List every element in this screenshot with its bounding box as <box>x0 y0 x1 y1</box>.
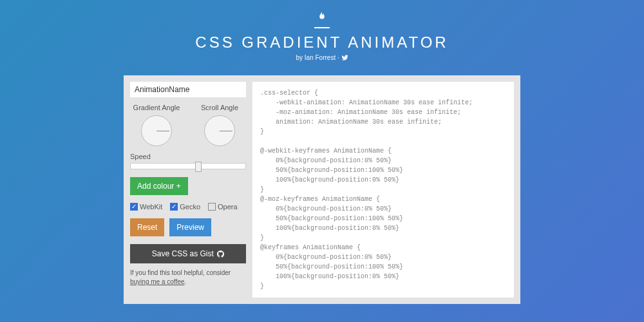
helpful-prefix: If you find this tool helpful, consider <box>130 269 231 276</box>
action-buttons: Reset Preview <box>130 218 246 236</box>
speed-label: Speed <box>130 153 246 160</box>
byline-prefix: by <box>296 54 304 61</box>
preview-button[interactable]: Preview <box>169 218 211 236</box>
byline: by Ian Forrest · <box>0 54 644 62</box>
add-colour-button[interactable]: Add colour + <box>130 177 188 195</box>
animation-name-input[interactable] <box>130 82 246 97</box>
helpful-text: If you find this tool helpful, consider … <box>130 269 246 287</box>
scroll-angle-control: Scroll Angle <box>193 104 246 146</box>
logo-underline <box>314 27 330 28</box>
page-header: CSS GRADIENT ANIMATOR by Ian Forrest · <box>0 0 644 69</box>
main-panel: Gradient Angle Scroll Angle Speed Add co… <box>124 75 520 304</box>
checkbox-opera[interactable]: Opera <box>208 203 238 211</box>
author-link[interactable]: Ian Forrest <box>305 54 336 61</box>
checkbox-label: Gecko <box>180 203 200 211</box>
vendor-checkboxes: ✓ WebKit ✓ Gecko Opera <box>130 203 246 211</box>
checkbox-icon: ✓ <box>170 203 178 211</box>
checkbox-label: WebKit <box>140 203 162 211</box>
gradient-angle-dial[interactable] <box>141 115 172 146</box>
checkbox-gecko[interactable]: ✓ Gecko <box>170 203 200 211</box>
twitter-icon[interactable] <box>341 54 348 62</box>
helpful-suffix: . <box>184 278 186 285</box>
page-title: CSS GRADIENT ANIMATOR <box>0 33 644 52</box>
save-gist-button[interactable]: Save CSS as Gist <box>130 244 246 263</box>
github-icon <box>216 249 224 258</box>
angle-controls: Gradient Angle Scroll Angle <box>130 104 246 146</box>
checkbox-webkit[interactable]: ✓ WebKit <box>130 203 162 211</box>
scroll-angle-dial[interactable] <box>204 115 235 146</box>
css-output[interactable]: .css-selector { -webkit-animation: Anima… <box>252 82 514 298</box>
reset-button[interactable]: Reset <box>130 218 164 236</box>
checkbox-icon: ✓ <box>130 203 138 211</box>
controls-column: Gradient Angle Scroll Angle Speed Add co… <box>130 82 246 298</box>
byline-separator: · <box>336 54 341 61</box>
coffee-link[interactable]: buying me a coffee <box>130 278 184 285</box>
speed-slider-thumb[interactable] <box>195 162 202 172</box>
gradient-angle-control: Gradient Angle <box>130 104 183 146</box>
checkbox-label: Opera <box>218 203 238 211</box>
save-gist-label: Save CSS as Gist <box>152 249 214 258</box>
checkbox-icon <box>208 203 216 211</box>
flame-icon <box>316 9 328 26</box>
gradient-angle-label: Gradient Angle <box>130 104 183 111</box>
scroll-angle-label: Scroll Angle <box>193 104 246 111</box>
speed-slider[interactable] <box>130 163 246 169</box>
